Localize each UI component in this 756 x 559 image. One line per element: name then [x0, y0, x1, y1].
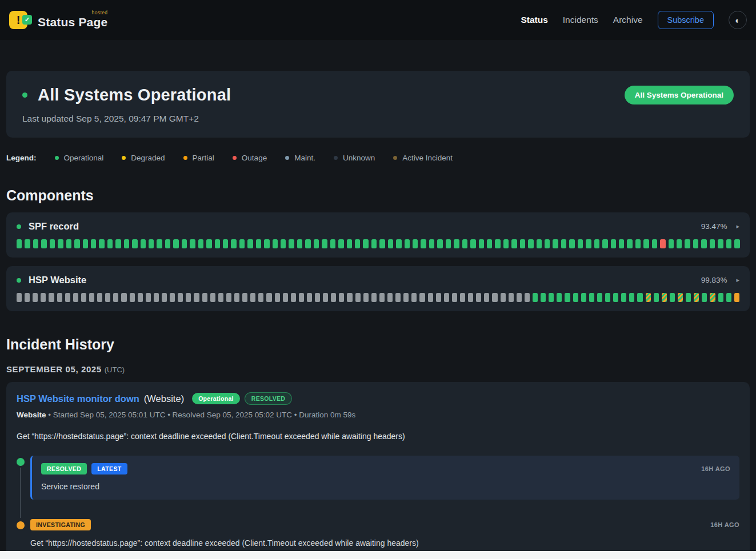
- uptime-bar[interactable]: [41, 239, 46, 248]
- uptime-bar[interactable]: [484, 293, 489, 302]
- uptime-bar[interactable]: [479, 239, 484, 248]
- uptime-bar[interactable]: [371, 239, 377, 248]
- uptime-bar[interactable]: [339, 293, 344, 302]
- uptime-bar[interactable]: [403, 293, 409, 302]
- uptime-bar[interactable]: [17, 293, 22, 302]
- uptime-bar[interactable]: [83, 239, 88, 248]
- uptime-bar[interactable]: [371, 293, 377, 302]
- uptime-bar[interactable]: [446, 239, 451, 248]
- uptime-bar[interactable]: [637, 293, 642, 302]
- uptime-bar[interactable]: [437, 239, 442, 248]
- uptime-bar[interactable]: [611, 239, 616, 248]
- uptime-bar[interactable]: [105, 293, 110, 302]
- uptime-bar[interactable]: [602, 239, 607, 248]
- uptime-bar[interactable]: [73, 293, 78, 302]
- uptime-bar[interactable]: [578, 239, 583, 248]
- uptime-bar[interactable]: [141, 239, 146, 248]
- uptime-bar[interactable]: [702, 293, 707, 302]
- uptime-bar[interactable]: [396, 239, 401, 248]
- uptime-bar[interactable]: [541, 293, 546, 302]
- uptime-bar[interactable]: [266, 293, 271, 302]
- uptime-bar[interactable]: [413, 239, 418, 248]
- uptime-bar[interactable]: [388, 239, 393, 248]
- uptime-bar[interactable]: [379, 239, 385, 248]
- uptime-bar[interactable]: [355, 239, 360, 248]
- uptime-bar[interactable]: [487, 239, 492, 248]
- uptime-bar[interactable]: [330, 239, 335, 248]
- uptime-bar[interactable]: [444, 293, 449, 302]
- uptime-bar[interactable]: [258, 293, 263, 302]
- uptime-bar[interactable]: [419, 293, 425, 302]
- uptime-bar[interactable]: [299, 293, 304, 302]
- uptime-bar[interactable]: [421, 239, 426, 248]
- uptime-bar[interactable]: [283, 293, 288, 302]
- uptime-bar[interactable]: [495, 239, 500, 248]
- uptime-bar[interactable]: [247, 239, 253, 248]
- uptime-bar[interactable]: [202, 293, 207, 302]
- uptime-bar[interactable]: [50, 239, 55, 248]
- uptime-bar[interactable]: [65, 293, 70, 302]
- uptime-bar[interactable]: [669, 239, 674, 248]
- uptime-bar[interactable]: [107, 239, 113, 248]
- uptime-bar[interactable]: [710, 239, 715, 248]
- uptime-bar[interactable]: [537, 239, 542, 248]
- uptime-bar[interactable]: [226, 293, 231, 302]
- uptime-bar[interactable]: [586, 239, 591, 248]
- uptime-bar[interactable]: [275, 293, 280, 302]
- uptime-bar[interactable]: [74, 239, 79, 248]
- uptime-bar[interactable]: [347, 239, 352, 248]
- uptime-bar[interactable]: [178, 293, 183, 302]
- uptime-bar[interactable]: [291, 293, 296, 302]
- uptime-bar[interactable]: [121, 293, 126, 302]
- uptime-bar[interactable]: [25, 239, 30, 248]
- uptime-bar[interactable]: [718, 293, 723, 302]
- uptime-bar[interactable]: [89, 293, 94, 302]
- uptime-bar[interactable]: [130, 293, 135, 302]
- uptime-bar[interactable]: [81, 293, 86, 302]
- uptime-bar[interactable]: [619, 239, 624, 248]
- uptime-bar[interactable]: [545, 239, 550, 248]
- uptime-bar[interactable]: [41, 293, 46, 302]
- uptime-bar[interactable]: [322, 239, 327, 248]
- uptime-bar[interactable]: [297, 239, 302, 248]
- uptime-bar[interactable]: [387, 293, 393, 302]
- uptime-bar[interactable]: [710, 293, 715, 302]
- expand-chevron-icon[interactable]: ▸: [736, 223, 739, 230]
- uptime-bar[interactable]: [182, 239, 187, 248]
- uptime-bar[interactable]: [597, 293, 602, 302]
- uptime-bar[interactable]: [533, 293, 538, 302]
- uptime-bar[interactable]: [331, 293, 336, 302]
- uptime-bar[interactable]: [194, 293, 199, 302]
- incident-title-link[interactable]: HSP Website monitor down: [17, 393, 139, 404]
- uptime-bar[interactable]: [411, 293, 417, 302]
- uptime-bar[interactable]: [605, 293, 610, 302]
- uptime-bar[interactable]: [305, 239, 310, 248]
- uptime-bar[interactable]: [734, 293, 739, 302]
- uptime-bar[interactable]: [476, 293, 481, 302]
- uptime-bar[interactable]: [470, 239, 475, 248]
- uptime-bar[interactable]: [33, 293, 38, 302]
- uptime-bar[interactable]: [635, 239, 641, 248]
- uptime-bar[interactable]: [363, 293, 369, 302]
- uptime-bar[interactable]: [678, 293, 683, 302]
- nav-item-archive[interactable]: Archive: [613, 15, 643, 25]
- uptime-bar[interactable]: [289, 239, 294, 248]
- uptime-bar[interactable]: [429, 239, 434, 248]
- uptime-bar[interactable]: [693, 239, 698, 248]
- subscribe-button[interactable]: Subscribe: [658, 11, 714, 29]
- uptime-bar[interactable]: [170, 293, 175, 302]
- uptime-bar[interactable]: [662, 293, 667, 302]
- uptime-bar[interactable]: [492, 293, 497, 302]
- uptime-bar[interactable]: [517, 293, 522, 302]
- component-card-spf-record[interactable]: SPF record 93.47% ▸: [6, 212, 750, 258]
- uptime-bar[interactable]: [652, 239, 657, 248]
- brand-logo[interactable]: ! ✓ hosted Status Page: [9, 10, 107, 30]
- uptime-bar[interactable]: [553, 239, 558, 248]
- uptime-bar[interactable]: [165, 239, 170, 248]
- uptime-bar[interactable]: [686, 293, 691, 302]
- uptime-bar[interactable]: [58, 239, 63, 248]
- uptime-bar[interactable]: [149, 239, 154, 248]
- uptime-bar[interactable]: [49, 293, 54, 302]
- uptime-bar[interactable]: [256, 239, 261, 248]
- uptime-bar[interactable]: [379, 293, 385, 302]
